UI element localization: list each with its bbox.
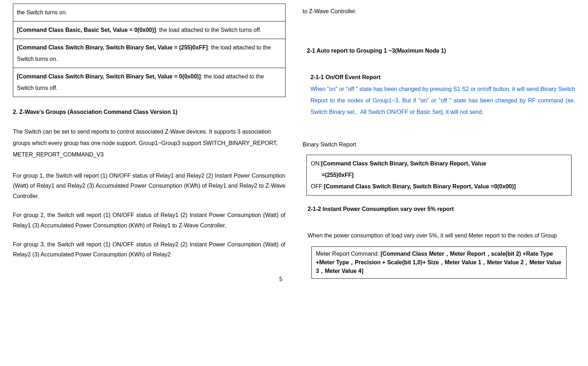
paragraph: When the power consumption of load vary … <box>303 230 575 241</box>
paragraph: For group 2, the Switch will report (1) … <box>13 210 286 231</box>
off-cmd: [Command Class Switch Binary, Switch Bin… <box>324 183 516 189</box>
note-blue: When "on" or "off " state has been chang… <box>311 83 575 118</box>
paragraph: Binary Switch Report <box>303 140 575 150</box>
table-row: [Command Class Switch Binary, Switch Bin… <box>13 68 286 97</box>
command-table: the Switch turns on. [Command Class Basi… <box>13 4 286 97</box>
paragraph-cont: to Z-Wave Controller. <box>303 6 575 17</box>
section-heading-2: 2. Z-Wave's Groups (Association Command … <box>13 107 286 117</box>
cmd-desc: : the load attached to the Switch turns … <box>156 27 261 33</box>
cmd-label: [Command Class Basic, Basic Set, Value =… <box>17 27 156 33</box>
page-number: 5 <box>13 274 286 285</box>
section-2-1: 2-1 Auto report to Grouping 1 ~3(Maximum… <box>307 46 575 56</box>
paragraph: For group 3, the Switch will report (1) … <box>13 240 286 260</box>
on-cmd: [Command Class Switch Binary, Switch Bin… <box>321 160 486 167</box>
meter-report-box: Meter Report Command: [Command Class Met… <box>311 246 567 279</box>
cmd-label: [Command Class Switch Binary, Switch Bin… <box>17 73 201 80</box>
section-2-1-1: 2-1-1 On/Off Event Report <box>311 72 575 83</box>
off-prefix: OFF: <box>311 183 324 189</box>
meter-prefix: Meter Report Command: <box>316 251 381 257</box>
paragraph: The Switch can be set to send reports to… <box>13 126 286 160</box>
paragraph: For group 1, the Switch will report (1) … <box>13 171 286 202</box>
section-2-1-2: 2-1-2 Instant Power Consumption vary ove… <box>308 204 575 215</box>
table-row: [Command Class Basic, Basic Set, Value =… <box>13 21 286 39</box>
on-cmd-cont: =(255)0xFF] <box>311 169 567 181</box>
binary-switch-report-box: ON:[Command Class Switch Binary, Switch … <box>306 155 572 196</box>
table-row: the Switch turns on. <box>13 4 286 21</box>
on-prefix: ON: <box>311 160 321 167</box>
cmd-label: [Command Class Switch Binary, Switch Bin… <box>17 44 208 50</box>
table-row: [Command Class Switch Binary, Switch Bin… <box>13 39 286 68</box>
